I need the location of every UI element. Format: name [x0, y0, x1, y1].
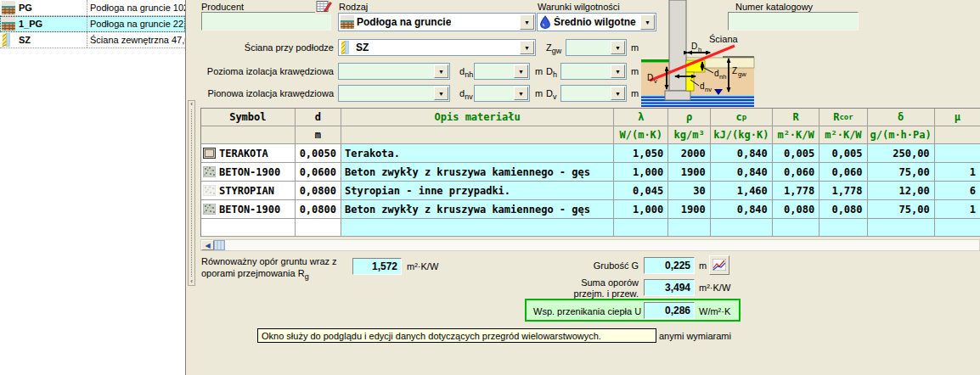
splitter-collapse-icon[interactable]: ‹: [190, 101, 193, 108]
partition-list-item-PG[interactable]: PGPodłoga na gruncie 102: [0, 0, 185, 16]
material-cell[interactable]: 0,0800: [296, 182, 341, 200]
material-cell: 0,045: [614, 182, 668, 200]
svg-text:d: d: [700, 81, 705, 91]
column-unit: g/(m·h·Pa): [868, 126, 935, 144]
dnv-unit: m: [535, 88, 543, 98]
empty-cell[interactable]: [296, 219, 341, 237]
partition-description: Podłoga na gruncie 102: [87, 3, 185, 13]
chevron-down-icon[interactable]: ▼: [514, 87, 528, 100]
materials-table: SymboldOpis materiałuλρcpRRcorδμmW/(m·K)…: [200, 108, 980, 237]
chevron-down-icon[interactable]: ▼: [611, 87, 625, 100]
warunki-combo[interactable]: Średnio wilgotne ▼: [537, 13, 656, 31]
material-cell: 0,080: [819, 200, 867, 219]
material-cell: 12,00: [868, 182, 935, 200]
chevron-down-icon[interactable]: ▼: [611, 64, 625, 78]
partition-list-item-SZ[interactable]: SZŚciana zewnętrzna 47,0: [0, 32, 185, 48]
column-header: μ: [935, 109, 980, 126]
material-cell: 0,005: [819, 144, 867, 163]
svg-text:h: h: [698, 46, 701, 53]
material-cell[interactable]: 0,0050: [296, 144, 341, 163]
pionowa-izolacja-label: Pionowa izolacja krawędziowa: [201, 88, 334, 98]
u-unit: W/m²·K: [699, 306, 730, 316]
column-unit: [201, 126, 296, 144]
sciana-label: Ściana: [709, 34, 739, 44]
material-cell: Styropian - inne przypadki.: [341, 182, 614, 200]
suma-unit: m²·K/W: [699, 283, 730, 293]
producent-label: Producent: [201, 2, 244, 12]
layers-chart-button[interactable]: [709, 255, 729, 275]
sciana-przy-podlodze-combo[interactable]: SZ ▼: [338, 39, 536, 56]
grubosc-label: Grubość G: [544, 260, 639, 271]
u-coefficient-box: Wsp. przenikania ciepła U 0,286 W/m²·K: [525, 299, 741, 322]
floor-on-ground-diagram: Ściana D h d nh D v d nv Z gw: [641, 0, 756, 107]
Dh-label: Dh: [546, 66, 557, 79]
partition-symbol: SZ: [19, 32, 87, 48]
material-cell: 1,778: [773, 182, 819, 200]
rodzaj-combo[interactable]: Podłoga na gruncie ▼: [338, 13, 536, 31]
Dv-combo[interactable]: ▼: [560, 85, 627, 102]
material-cell: 6: [935, 182, 980, 200]
wall-footing: [665, 91, 690, 100]
Dh-combo[interactable]: ▼: [560, 63, 627, 80]
chevron-down-icon[interactable]: ▼: [520, 14, 534, 30]
dnv-combo[interactable]: ▼: [474, 85, 530, 102]
column-header: d: [296, 109, 341, 126]
wall-column: [669, 0, 686, 91]
empty-cell: [711, 219, 773, 237]
pozioma-izolacja-combo[interactable]: ▼: [338, 63, 450, 80]
material-cell: 250,00: [868, 144, 935, 163]
empty-cell: [868, 219, 935, 237]
material-cell[interactable]: BETON-1900: [201, 163, 296, 182]
panel-splitter[interactable]: ‹ ‹: [188, 100, 195, 286]
floor-on-ground-icon: [341, 15, 354, 29]
partition-symbol: PG: [19, 0, 87, 15]
layers-chart-icon: [712, 259, 726, 272]
warunki-value: Średnio wilgotne: [551, 16, 636, 28]
svg-text:nv: nv: [705, 86, 712, 93]
column-unit: m²·K/W: [819, 126, 867, 144]
Dv-label: Dv: [546, 88, 556, 101]
material-cell: 1900: [668, 200, 710, 219]
producer-catalog-button[interactable]: [315, 0, 333, 14]
material-cell: 1,460: [711, 182, 773, 200]
material-cell[interactable]: 0,0800: [296, 200, 341, 219]
chevron-down-icon[interactable]: ▼: [611, 41, 625, 54]
material-cell[interactable]: TERAKOTA: [201, 144, 296, 163]
material-cell[interactable]: BETON-1900: [201, 200, 296, 219]
splitter-collapse-icon[interactable]: ‹: [190, 278, 193, 285]
partition-list-item-1_PG[interactable]: 1_PGPodłoga na gruncie 22,: [0, 16, 185, 32]
pionowa-izolacja-combo[interactable]: ▼: [338, 85, 450, 102]
material-cell[interactable]: 0,0600: [296, 163, 341, 182]
chevron-down-icon[interactable]: ▼: [514, 64, 528, 78]
material-cell: 75,00: [868, 163, 935, 182]
chevron-down-icon[interactable]: ▼: [520, 41, 534, 54]
material-cell: 0,080: [773, 200, 819, 219]
Dh-unit: m: [631, 66, 639, 76]
material-cell[interactable]: STYROPIAN: [201, 182, 296, 200]
warunki-label: Warunki wilgotności: [538, 2, 620, 12]
grubosc-value: 0,225: [644, 257, 695, 274]
column-header: Opis materiału: [341, 109, 614, 126]
chevron-down-icon[interactable]: ▼: [434, 64, 448, 78]
svg-text:nh: nh: [719, 73, 726, 81]
empty-cell[interactable]: [201, 219, 296, 237]
scrollbar-thumb[interactable]: [214, 240, 225, 250]
table-hscrollbar[interactable]: ◀: [200, 239, 980, 251]
material-cell: 1: [935, 163, 980, 182]
svg-text:v: v: [654, 77, 657, 85]
scroll-left-icon[interactable]: ◀: [201, 240, 214, 250]
svg-text:Z: Z: [732, 66, 737, 76]
material-cell: 75,00: [868, 200, 935, 219]
dnh-combo[interactable]: ▼: [474, 63, 530, 80]
material-cell: Terakota.: [341, 144, 614, 163]
material-cell: Beton zwykły z kruszywa kamiennego - gęs: [341, 163, 614, 182]
column-header: Rcor: [819, 109, 867, 126]
empty-cell: [341, 219, 614, 237]
producent-input[interactable]: [201, 12, 331, 31]
chevron-down-icon[interactable]: ▼: [434, 87, 448, 100]
droplet-icon: [539, 15, 551, 29]
zgw-combo[interactable]: ▼: [566, 39, 627, 56]
pozioma-izolacja-label: Pozioma izolacja krawędziowa: [201, 66, 334, 76]
material-cell: [935, 144, 980, 163]
column-unit: [341, 126, 614, 144]
